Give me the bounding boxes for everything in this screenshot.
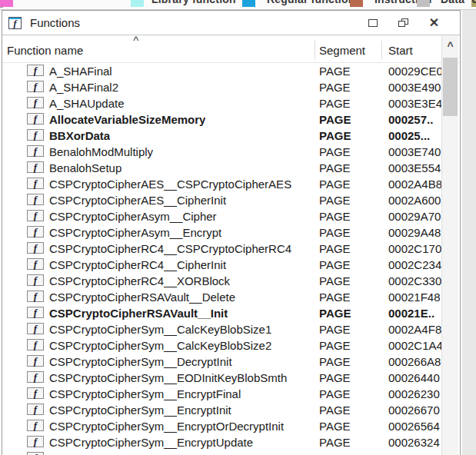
function-start: 0003E490 bbox=[388, 81, 441, 94]
function-f-icon: f bbox=[27, 338, 44, 353]
function-row[interactable]: f CSPCryptoCipherSym__CalcKeyBlobSize2 P… bbox=[2, 337, 441, 354]
function-f-icon: f bbox=[27, 419, 44, 433]
function-start: 0002C330 bbox=[388, 274, 441, 287]
legend-item-label: Unexplored bbox=[471, 0, 476, 5]
maximize-button[interactable] bbox=[361, 14, 384, 32]
function-name: CSPCryptoCipherRC4__CSPCryptoCipherRC4 bbox=[49, 242, 291, 255]
function-row[interactable]: f CSPCryptoCipherRC4__XORBlock PAGE 0002… bbox=[2, 273, 441, 289]
function-row[interactable]: f CSPCryptoCipherSym__CalcKeyBlobSize1 P… bbox=[2, 321, 441, 337]
function-row[interactable]: f CSPCryptoCipherAsym__Cipher PAGE 00029… bbox=[2, 208, 441, 224]
column-header-function-name[interactable]: Function name bbox=[7, 44, 83, 57]
function-f-icon: f bbox=[27, 354, 44, 369]
function-f-icon: f bbox=[27, 177, 44, 191]
function-segment: PAGE bbox=[319, 274, 351, 287]
function-start: 00026440 bbox=[388, 371, 441, 384]
function-row[interactable]: f BenalohSetup PAGE 0003E554 bbox=[2, 160, 441, 176]
function-name: A_SHAFinal bbox=[49, 65, 112, 78]
column-separator bbox=[381, 41, 382, 59]
legend-color-swatch bbox=[0, 0, 13, 7]
functions-window: f Functions ✕ ^ Function name Segment St… bbox=[2, 10, 461, 455]
scroll-up-button[interactable]: ^ bbox=[442, 35, 458, 56]
function-f-icon: f bbox=[27, 322, 44, 337]
function-f-icon: f bbox=[27, 96, 44, 111]
function-f-icon: f bbox=[27, 274, 44, 288]
function-name: CSPCryptoCipherRC4__CipherInit bbox=[49, 258, 226, 271]
function-row[interactable]: f CSPCryptoCipherSym__EncryptUpdate PAGE… bbox=[2, 434, 441, 450]
function-segment: PAGE bbox=[319, 97, 351, 110]
function-row[interactable]: f CSPCryptoCipherSym__EODInitKeyBlobSmth… bbox=[2, 370, 441, 386]
function-start: 0002C170 bbox=[388, 242, 441, 255]
function-name: CSPCryptoCipherAsym__Encrypt bbox=[49, 226, 221, 239]
legend-item-label: Library function bbox=[151, 0, 236, 5]
function-segment: PAGE bbox=[319, 210, 351, 223]
function-start: 00021F48 bbox=[388, 291, 441, 304]
function-f-icon: f bbox=[27, 193, 44, 208]
function-start: 0003E554 bbox=[388, 161, 441, 174]
function-start: 0002A4B8 bbox=[388, 178, 441, 191]
function-name: A_SHAFinal2 bbox=[49, 81, 118, 94]
column-separator bbox=[315, 41, 315, 59]
function-name: CSPCryptoCipherSym__EncryptFinal bbox=[49, 387, 241, 400]
scrollbar-thumb[interactable] bbox=[443, 58, 458, 116]
function-name: CSPCryptoCipherRSAVault__Init bbox=[49, 307, 228, 320]
legend-color-swatch bbox=[350, 0, 363, 7]
function-row[interactable]: f CSPCryptoCipherAES__CSPCryptoCipherAES… bbox=[2, 176, 441, 192]
close-icon: ✕ bbox=[429, 17, 439, 29]
column-header-segment[interactable]: Segment bbox=[319, 44, 365, 57]
function-start: 0003E3E4 bbox=[388, 97, 441, 110]
function-name: CSPCryptoCipherSym__DecryptInit bbox=[49, 355, 232, 368]
function-row[interactable]: f CSPCryptoCipherRSAVault__Init PAGE 000… bbox=[2, 305, 441, 321]
function-row[interactable]: f BenalohModMultiply PAGE 0003E740 bbox=[2, 144, 441, 160]
function-segment: PAGE bbox=[319, 145, 351, 158]
function-row[interactable]: f CSPCryptoCipherRSAVault__Delete PAGE 0… bbox=[2, 289, 441, 305]
window-controls: ✕ bbox=[361, 14, 460, 32]
function-f-icon: f bbox=[27, 290, 44, 304]
function-name: CSPCryptoCipherSym__EncryptUpdate bbox=[49, 436, 253, 449]
function-row[interactable]: f CSPCryptoCipherRC4__CSPCryptoCipherRC4… bbox=[2, 241, 441, 257]
restore-icon bbox=[398, 18, 409, 28]
column-header-start[interactable]: Start bbox=[388, 44, 413, 57]
function-name: CSPCryptoCipherSym__EncryptInit bbox=[49, 404, 231, 417]
function-list: f A_SHAFinal PAGE 00029CE0 f A_SHAFinal2… bbox=[2, 63, 441, 455]
function-row[interactable]: f CSPCryptoCipherSym__EncryptOrDecryptIn… bbox=[2, 418, 441, 434]
function-segment: PAGE bbox=[319, 242, 351, 255]
legend-item-label: Data bbox=[441, 0, 464, 5]
function-segment: PAGE bbox=[319, 113, 351, 126]
function-row[interactable]: f CSPCryptoCipherAES__CipherInit PAGE 00… bbox=[2, 192, 441, 208]
function-start: 0002C1A4 bbox=[388, 339, 441, 352]
window-titlebar[interactable]: f Functions ✕ bbox=[2, 11, 460, 35]
function-row[interactable]: f AllocateVariableSizeMemory PAGE 000257… bbox=[2, 111, 441, 128]
function-name: BenalohSetup bbox=[49, 161, 121, 174]
function-start: 00029A70 bbox=[388, 210, 441, 223]
function-row[interactable]: f CSPCryptoCipherSym__EncryptInit PAGE 0… bbox=[2, 402, 441, 418]
function-start: 00029A48 bbox=[388, 226, 441, 239]
function-row[interactable]: f CSPCryptoCipherAsym__Encrypt PAGE 0002… bbox=[2, 224, 441, 241]
function-row[interactable]: f BBXorData PAGE 00025... bbox=[2, 128, 441, 144]
function-start: 00029CE0 bbox=[388, 65, 441, 78]
function-start: 0002A4F8 bbox=[388, 323, 441, 336]
table-header: ^ Function name Segment Start bbox=[2, 35, 460, 63]
function-name: CSPCryptoCipherSym__EncryptOrDecryptInit bbox=[49, 420, 284, 433]
function-row[interactable]: f CSPCryptoCipherSym__DecryptInit PAGE 0… bbox=[2, 354, 441, 370]
close-button[interactable]: ✕ bbox=[423, 14, 445, 32]
vertical-scrollbar[interactable]: ^ bbox=[441, 35, 458, 455]
function-name: AllocateVariableSizeMemory bbox=[49, 113, 205, 126]
function-name: BenalohModMultiply bbox=[49, 145, 153, 158]
function-segment: PAGE bbox=[319, 436, 351, 449]
function-row[interactable]: f A_SHAUpdate PAGE 0003E3E4 bbox=[2, 95, 441, 111]
function-row[interactable]: f CSPCryptoCipherRC4__CipherInit PAGE 00… bbox=[2, 257, 441, 273]
function-name: CSPCryptoCipherSym__EODInitKeyBlobSmth bbox=[49, 371, 287, 384]
function-f-icon: f bbox=[27, 403, 44, 417]
function-row[interactable]: f A_SHAFinal PAGE 00029CE0 bbox=[2, 63, 441, 79]
function-segment: PAGE bbox=[319, 387, 351, 400]
function-row-partial[interactable]: f bbox=[2, 450, 441, 455]
restore-button[interactable] bbox=[392, 14, 414, 32]
function-f-icon: f bbox=[27, 144, 44, 159]
function-name: CSPCryptoCipherAsym__Cipher bbox=[49, 210, 217, 223]
function-name: CSPCryptoCipherSym__CalcKeyBlobSize1 bbox=[49, 323, 271, 336]
function-row[interactable]: f A_SHAFinal2 PAGE 0003E490 bbox=[2, 79, 441, 95]
function-f-icon: f bbox=[27, 241, 44, 256]
legend-color-swatch bbox=[417, 0, 430, 7]
function-row[interactable]: f CSPCryptoCipherSym__EncryptFinal PAGE … bbox=[2, 386, 441, 402]
function-f-icon: f bbox=[27, 112, 44, 127]
